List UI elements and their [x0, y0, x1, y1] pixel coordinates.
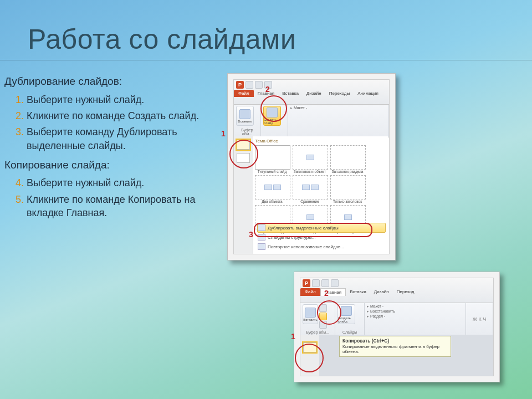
ribbon-tabs-2: Файл Главная Вставка Дизайн Переход [300, 288, 418, 296]
list-duplicate: Выберите нужный слайд. Кликните по коман… [4, 93, 219, 152]
paste-button: Вставить [236, 106, 254, 126]
callout-ring-2 [260, 95, 287, 122]
ribbon-2: P Файл Главная Вставка Дизайн Переход [300, 278, 493, 303]
tab-transitions: Переход [393, 288, 418, 296]
callout-ring-1 [229, 140, 258, 168]
tab-file: Файл [300, 288, 320, 296]
title-underline [0, 60, 532, 60]
tab-transitions: Переходы [325, 90, 354, 97]
paste-button: Вставить [303, 304, 318, 324]
menu-reuse-slides: Повторное использование слайдов... [257, 242, 386, 252]
tab-design: Дизайн [303, 90, 325, 97]
badge-3: 3 [249, 230, 253, 239]
body-text: Дублирование слайдов: Выберите нужный сл… [4, 71, 219, 225]
screenshot-copy: P Файл Главная Вставка Дизайн Переход [294, 272, 500, 382]
qat-save-icon [312, 279, 320, 287]
badge-1b: 1 [291, 332, 295, 341]
list-item: Выберите нужный слайд. [27, 176, 219, 190]
callout-ring-1b [295, 344, 324, 372]
section-copy: Копирование слайда: [4, 158, 219, 172]
layout-gallery: Тема Office Титульный слайд Заголовок и … [253, 136, 388, 235]
slide: Работа со слайдами Дублирование слайдов:… [0, 0, 532, 399]
new-slide-icon [341, 306, 352, 316]
callout-ring-2b [317, 300, 341, 325]
qat-undo-icon [255, 81, 263, 89]
tab-animation: Анимация [354, 90, 382, 97]
badge-2b: 2 [324, 289, 329, 298]
qat-undo-icon [321, 279, 329, 287]
ribbon-tabs: Файл Главная Вставка Дизайн Переходы Ани… [234, 90, 382, 97]
ribbon: P Файл Главная Вставка Дизайн Переходы А… [234, 80, 389, 105]
group-clip-label: Буфер обм... [303, 330, 332, 334]
ppt-window-2: P Файл Главная Вставка Дизайн Переход [300, 278, 494, 376]
font-group: Ж К Ч [466, 303, 493, 335]
slide-options: Макет - [290, 106, 386, 110]
clipboard-icon [305, 308, 316, 318]
badge-1: 1 [221, 129, 226, 138]
tooltip-body: Копирование выделенного фрагмента в буфе… [342, 344, 439, 355]
powerpoint-icon: P [236, 81, 244, 89]
tab-insert: Вставка [278, 90, 303, 97]
list-item: Кликните по команде Копировать на вкладк… [27, 193, 219, 220]
clipboard-icon [239, 109, 250, 119]
ribbon-groups: Вставить Буфер обм... Создать слайд Маке… [234, 105, 389, 137]
qat-2: P [303, 279, 339, 287]
tab-file: Файл [234, 90, 254, 97]
list-item: Выберите нужный слайд. [27, 93, 219, 106]
group-clipboard-label: Буфер обм... [236, 128, 258, 136]
reuse-icon [258, 243, 265, 250]
tooltip-title: Копировать (Ctrl+C) [342, 338, 389, 344]
list-item: Кликните по команде Создать слайд. [27, 109, 219, 122]
tab-insert: Вставка [346, 288, 370, 296]
section-duplicate: Дублирование слайдов: [4, 74, 219, 89]
powerpoint-icon: P [303, 279, 310, 287]
callout-ring-3 [254, 223, 372, 237]
qat-save-icon [245, 81, 253, 89]
slide-title: Работа со слайдами [28, 23, 296, 55]
ppt-window: P Файл Главная Вставка Дизайн Переходы А… [233, 79, 390, 254]
gallery-title: Тема Office [255, 139, 386, 144]
group-slides-label: Слайды [337, 330, 362, 334]
slide-opts-2: Макет - Восстановить Раздел - [367, 304, 463, 319]
list-item: Выберите команду Дублировать выделенные … [27, 125, 219, 152]
list-copy: Выберите нужный слайд. Кликните по коман… [4, 176, 219, 219]
badge-2: 2 [265, 85, 270, 94]
screenshot-duplicate: P Файл Главная Вставка Дизайн Переходы А… [227, 73, 396, 260]
tooltip-copy: Копировать (Ctrl+C) Копирование выделенн… [339, 336, 451, 357]
tab-design: Дизайн [370, 288, 393, 296]
qat-redo-icon [331, 279, 339, 287]
